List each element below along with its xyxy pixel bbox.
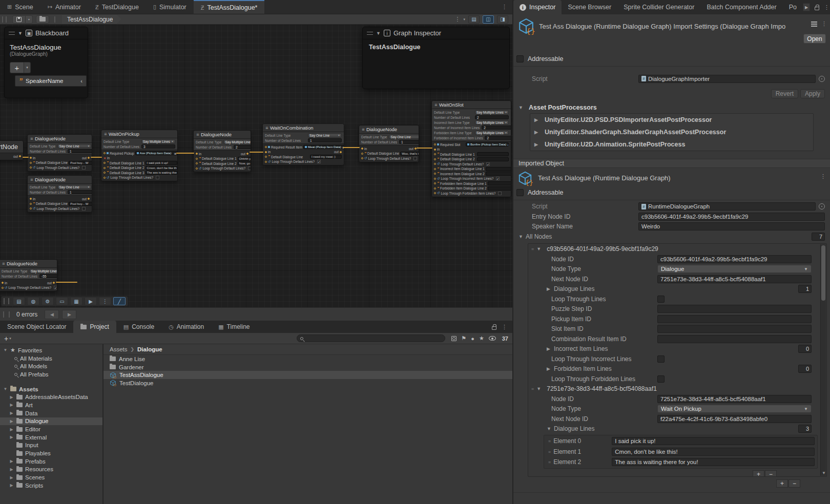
port-icon[interactable] — [30, 162, 32, 164]
addressable-checkbox[interactable] — [516, 55, 524, 62]
output-port-icon[interactable] — [53, 282, 55, 284]
add-variable-button[interactable]: + — [10, 62, 24, 73]
node-number-field[interactable]: 3 — [141, 144, 175, 149]
caret-down-icon[interactable]: ▾ — [463, 17, 465, 22]
chevron-right-icon[interactable]: ▶ — [9, 475, 14, 480]
file-row-gardener[interactable]: Gardener — [103, 363, 512, 371]
missing-connection-icon[interactable]: ✕ — [103, 156, 106, 160]
port-icon[interactable] — [103, 162, 106, 164]
remove-element-button[interactable]: − — [789, 479, 800, 488]
foldout-open-icon[interactable]: ▼ — [536, 386, 541, 391]
tab-scroll-right-button[interactable]: ▶ — [803, 3, 810, 11]
drag-handle-icon[interactable]: = — [531, 386, 533, 391]
foldout-open-icon[interactable]: ▼ — [518, 105, 523, 110]
node-text-field[interactable]: The ass is waiting there for y — [146, 171, 177, 175]
output-port-icon[interactable] — [340, 151, 342, 153]
port-icon[interactable] — [434, 178, 436, 180]
next-node-id-field[interactable]: f22a475e-4c2f-41c6-9b73-6a83498abfe0 — [657, 415, 812, 423]
foldout-open-icon[interactable]: ▼ — [536, 246, 541, 251]
tab-console[interactable]: ▤Console — [116, 321, 161, 333]
favorites-item-all-models[interactable]: All Models — [0, 362, 102, 370]
saved-search-star-button[interactable]: ★ — [479, 335, 484, 342]
remove-element-button[interactable]: − — [765, 470, 777, 477]
graph-node-startnode[interactable]: StartNodeSpeakerNameout — [0, 140, 24, 160]
kebab-icon[interactable]: ⋮ — [824, 4, 829, 11]
blackboard-panel[interactable]: ▼ ▣ Blackboard TestAssDialogue (Dialogue… — [4, 27, 88, 98]
input-port-icon[interactable] — [196, 153, 198, 155]
inspector-tab-batch-component-adder[interactable]: Batch Component Adder — [700, 0, 782, 14]
graph-edge[interactable] — [343, 147, 360, 148]
chevron-right-icon[interactable]: ▶ — [547, 366, 551, 371]
node-number-field[interactable]: 1 — [399, 140, 419, 144]
node-checkbox[interactable] — [248, 166, 251, 170]
graph-node-dialoguenode[interactable]: ≣DialogueNodeDefault Line TypeSay One Li… — [27, 175, 92, 213]
tree-folder-dialogue[interactable]: ▶Dialogue — [0, 417, 102, 426]
node-text-field[interactable]: Now, go on... — [238, 161, 251, 165]
port-icon[interactable] — [196, 158, 198, 160]
port-icon[interactable] — [265, 146, 267, 148]
panel-list-button[interactable]: ▤ — [13, 297, 25, 305]
tab-animation[interactable]: ◷Animation — [161, 321, 211, 333]
drag-handle-icon[interactable]: = — [548, 459, 550, 465]
port-icon[interactable] — [434, 153, 436, 155]
node-checkbox[interactable]: ✓ — [54, 286, 57, 289]
chevron-down-icon[interactable]: ▼ — [18, 31, 23, 36]
assets-root[interactable]: ▼Assets — [0, 385, 102, 393]
chevron-right-icon[interactable]: ▶ — [9, 403, 14, 407]
node-type-dropdown[interactable]: Dialogue▼ — [657, 265, 812, 273]
node-number-field[interactable]: 1 — [68, 190, 92, 194]
chevron-right-icon[interactable]: ▶ — [9, 419, 14, 424]
object-picker-icon[interactable] — [819, 203, 825, 209]
search-by-type-button[interactable] — [451, 336, 457, 341]
graph-inspector-panel[interactable]: ▼ i Graph Inspector TestAssDialogue — [362, 27, 510, 89]
add-element-button[interactable]: + — [776, 479, 788, 488]
tree-folder-scripts[interactable]: ▶Scripts — [0, 481, 102, 490]
node-text-field[interactable] — [488, 181, 511, 185]
node-number-field[interactable]: 1 — [68, 149, 92, 153]
node-text-field[interactable]: Cmon, don't be like this! — [146, 166, 177, 170]
node-object-field[interactable]: Meat (Pickup Item Data)◉ — [303, 145, 344, 149]
node-dropdown[interactable]: Say Multiple Lines▼ — [223, 140, 251, 144]
graph-node-waitonpickup[interactable]: ≣WaitOnPickupDefault Line TypeSay Multip… — [101, 130, 178, 181]
port-icon[interactable] — [434, 168, 436, 170]
node-text-field[interactable] — [486, 172, 511, 176]
foldout-open-icon[interactable]: ▼ — [3, 348, 8, 352]
caret-down-icon[interactable]: ▾ — [9, 337, 11, 341]
minimap-button[interactable]: ▦ — [70, 297, 82, 305]
kebab-icon[interactable]: ⋮ — [821, 20, 827, 27]
loop-through-forbidden-lines-checkbox[interactable] — [657, 375, 665, 383]
add-element-button[interactable]: + — [753, 470, 764, 477]
node-dropdown[interactable]: Say One Line▼ — [389, 135, 419, 139]
tree-folder-data[interactable]: ▶Data — [0, 409, 102, 417]
next-error-button[interactable]: ▶ — [62, 310, 76, 319]
node-dropdown[interactable]: Say One Line▼ — [57, 144, 91, 148]
graph-node-dialoguenode[interactable]: ≣DialogueNodeDefault Line TypeSay Multip… — [0, 259, 57, 291]
graph-canvas[interactable]: ▼ ▣ Blackboard TestAssDialogue (Dialogue… — [0, 25, 512, 307]
search-input[interactable] — [297, 334, 445, 342]
graph-edge[interactable] — [176, 153, 194, 154]
node-text-field[interactable] — [488, 186, 511, 191]
open-button[interactable]: Open — [803, 34, 826, 44]
favorites-root[interactable]: ▼★Favorites — [0, 346, 102, 354]
drag-handle-icon[interactable] — [9, 32, 15, 35]
tree-folder-playables[interactable]: Playables — [0, 449, 102, 457]
port-icon[interactable] — [30, 166, 32, 169]
view-toggle-button-0[interactable]: ▤ — [468, 15, 480, 24]
file-row-testdialogue[interactable]: {}TestDialogue — [103, 379, 512, 387]
loop-through-lines-checkbox[interactable] — [657, 296, 665, 303]
add-variable-caret[interactable]: ▾ — [24, 62, 31, 73]
element-field[interactable]: I said pick it up! — [612, 437, 815, 445]
inspector-tab-po[interactable]: Po — [783, 0, 803, 14]
port-icon[interactable] — [434, 143, 436, 145]
tree-folder-prefabs[interactable]: ▶Prefabs — [0, 457, 102, 466]
save-button[interactable] — [12, 15, 26, 24]
graph-edge[interactable] — [91, 157, 102, 158]
port-icon[interactable] — [196, 162, 198, 164]
revert-button[interactable]: Revert — [771, 89, 798, 98]
output-port-icon[interactable] — [19, 155, 21, 157]
slot-item-id-field[interactable] — [657, 325, 812, 333]
more-kebab-button[interactable]: ⋮ — [99, 297, 111, 305]
tree-folder-art[interactable]: ▶Art — [0, 401, 102, 409]
input-port-icon[interactable] — [2, 282, 4, 284]
visibility-eye-icon[interactable] — [489, 336, 496, 341]
